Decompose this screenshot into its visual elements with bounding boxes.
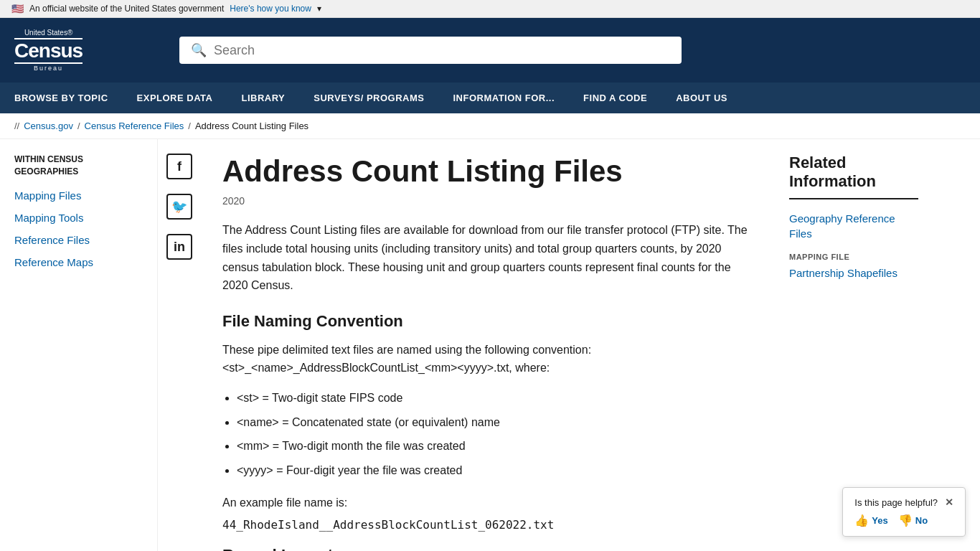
nav-library[interactable]: LIBRARY bbox=[227, 83, 299, 113]
banner-text: An official website of the United States… bbox=[29, 4, 224, 14]
nav-browse-by-topic[interactable]: BROWSE BY TOPIC bbox=[0, 83, 123, 113]
related-partnership-shapefiles[interactable]: Partnership Shapefiles bbox=[789, 265, 918, 281]
file-naming-heading: File Naming Convention bbox=[222, 312, 753, 331]
social-icons: f 🐦 in bbox=[158, 139, 201, 551]
record-layout-heading: Record Layout bbox=[222, 546, 753, 551]
feedback-widget: Is this page helpful? ✕ 👍 Yes 👎 No bbox=[842, 487, 966, 537]
flag-icon: 🇺🇸 bbox=[11, 3, 24, 14]
how-you-know-link[interactable]: Here's how you know bbox=[230, 4, 311, 14]
breadcrumb-home[interactable]: Census.gov bbox=[24, 121, 73, 131]
thumbs-up-icon: 👍 bbox=[854, 514, 869, 527]
related-divider bbox=[789, 198, 918, 199]
feedback-no-button[interactable]: 👎 No bbox=[898, 514, 928, 527]
breadcrumb-sep-3: / bbox=[188, 121, 191, 131]
breadcrumb-current: Address Count Listing Files bbox=[195, 121, 308, 131]
nav-information-for[interactable]: INFORMATION FOR... bbox=[438, 83, 569, 113]
logo-us-text: United States® bbox=[14, 29, 83, 37]
bullet-1: <st> = Two-digit state FIPS code bbox=[237, 389, 753, 408]
facebook-icon[interactable]: f bbox=[166, 154, 192, 179]
feedback-question: Is this page helpful? bbox=[854, 497, 938, 508]
sidebar-item-reference-files[interactable]: Reference Files bbox=[14, 234, 143, 246]
search-icon: 🔍 bbox=[191, 42, 207, 58]
feedback-no-label: No bbox=[915, 515, 928, 526]
breadcrumb-sep-1: // bbox=[14, 121, 19, 131]
example-filename: 44_RhodeIsland__AddressBlockCountList_06… bbox=[222, 518, 753, 532]
main-nav: BROWSE BY TOPIC EXPLORE DATA LIBRARY SUR… bbox=[0, 83, 980, 113]
page-layout: WITHIN CENSUS GEOGRAPHIES Mapping Files … bbox=[0, 139, 980, 551]
sidebar-item-mapping-tools[interactable]: Mapping Tools bbox=[14, 212, 143, 224]
sidebar-item-mapping-files[interactable]: Mapping Files bbox=[14, 189, 143, 202]
example-label: An example file name is: bbox=[222, 494, 753, 512]
feedback-yes-button[interactable]: 👍 Yes bbox=[854, 514, 887, 527]
feedback-header: Is this page helpful? ✕ bbox=[854, 496, 953, 508]
page-year: 2020 bbox=[222, 195, 753, 207]
banner-chevron: ▾ bbox=[317, 4, 321, 14]
bullet-2: <name> = Concatenated state (or equivale… bbox=[237, 413, 753, 432]
breadcrumb-parent[interactable]: Census Reference Files bbox=[85, 121, 184, 131]
bullet-list: <st> = Two-digit state FIPS code <name> … bbox=[237, 389, 753, 479]
nav-surveys-programs[interactable]: SURVEYS/ PROGRAMS bbox=[299, 83, 438, 113]
census-logo: United States® Census Bureau bbox=[14, 29, 83, 72]
breadcrumb: // Census.gov / Census Reference Files /… bbox=[0, 113, 980, 139]
page-title: Address Count Listing Files bbox=[222, 154, 753, 189]
page-description: The Address Count Listing files are avai… bbox=[222, 221, 753, 294]
feedback-buttons: 👍 Yes 👎 No bbox=[854, 514, 953, 527]
search-area[interactable]: 🔍 bbox=[179, 37, 682, 64]
left-sidebar: WITHIN CENSUS GEOGRAPHIES Mapping Files … bbox=[0, 139, 158, 551]
convention-intro: These pipe delimited text files are name… bbox=[222, 341, 753, 377]
logo-census-text: Census bbox=[14, 41, 83, 61]
bullet-4: <yyyy> = Four-digit year the file was cr… bbox=[237, 461, 753, 480]
logo-area: United States® Census Bureau bbox=[14, 29, 158, 72]
thumbs-down-icon: 👎 bbox=[898, 514, 913, 527]
related-geography-reference[interactable]: Geography Reference Files bbox=[789, 211, 918, 241]
feedback-yes-label: Yes bbox=[872, 515, 887, 526]
main-content: Address Count Listing Files 2020 The Add… bbox=[201, 139, 775, 551]
nav-explore-data[interactable]: EXPLORE DATA bbox=[123, 83, 227, 113]
related-mapping-file-category: MAPPING FILE bbox=[789, 253, 918, 261]
breadcrumb-sep-2: / bbox=[77, 121, 80, 131]
gov-banner: 🇺🇸 An official website of the United Sta… bbox=[0, 0, 980, 18]
related-info-title: Related Information bbox=[789, 154, 918, 191]
logo-bureau-text: Bureau bbox=[14, 65, 83, 72]
sidebar-section-title: WITHIN CENSUS GEOGRAPHIES bbox=[14, 154, 143, 178]
linkedin-icon[interactable]: in bbox=[166, 234, 192, 260]
site-header: United States® Census Bureau 🔍 bbox=[0, 18, 980, 83]
nav-about-us[interactable]: ABOUT US bbox=[661, 83, 742, 113]
feedback-close-button[interactable]: ✕ bbox=[945, 496, 953, 508]
bullet-3: <mm> = Two-digit month the file was crea… bbox=[237, 437, 753, 456]
search-input[interactable] bbox=[214, 43, 670, 58]
sidebar-item-reference-maps[interactable]: Reference Maps bbox=[14, 256, 143, 268]
sidebar-nav: Mapping Files Mapping Tools Reference Fi… bbox=[14, 189, 143, 268]
twitter-icon[interactable]: 🐦 bbox=[166, 194, 192, 220]
nav-find-a-code[interactable]: FIND A CODE bbox=[569, 83, 661, 113]
